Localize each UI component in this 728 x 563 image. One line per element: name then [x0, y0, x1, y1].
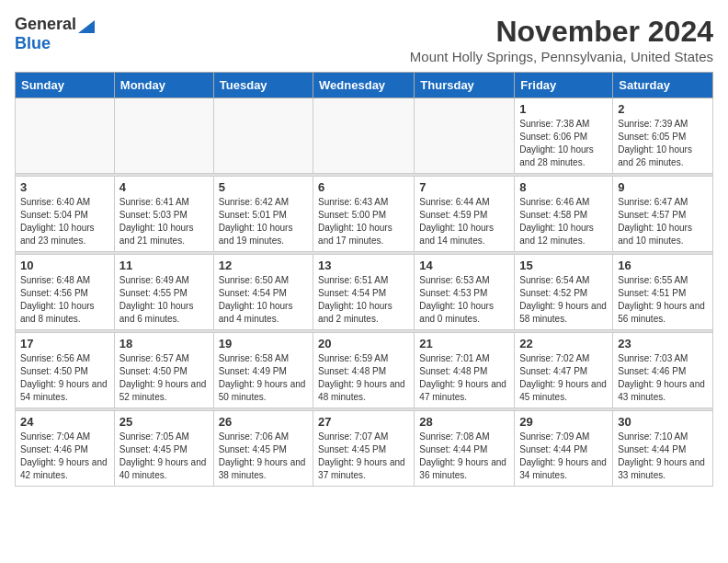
day-number: 7 [419, 180, 509, 194]
week-row-1: 1Sunrise: 7:38 AM Sunset: 6:06 PM Daylig… [16, 98, 713, 174]
weekday-header-tuesday: Tuesday [213, 73, 313, 98]
day-info: Sunrise: 6:48 AM Sunset: 4:56 PM Dayligh… [20, 274, 109, 326]
calendar-cell: 17Sunrise: 6:56 AM Sunset: 4:50 PM Dayli… [16, 333, 115, 408]
svg-marker-0 [78, 20, 95, 33]
weekday-header-saturday: Saturday [613, 73, 713, 98]
day-number: 2 [618, 102, 708, 116]
calendar-cell: 4Sunrise: 6:41 AM Sunset: 5:03 PM Daylig… [114, 177, 213, 252]
calendar-cell: 5Sunrise: 6:42 AM Sunset: 5:01 PM Daylig… [213, 177, 313, 252]
day-info: Sunrise: 7:04 AM Sunset: 4:46 PM Dayligh… [20, 431, 109, 482]
day-info: Sunrise: 6:40 AM Sunset: 5:04 PM Dayligh… [20, 196, 109, 247]
day-info: Sunrise: 6:43 AM Sunset: 5:00 PM Dayligh… [318, 196, 409, 247]
day-info: Sunrise: 7:38 AM Sunset: 6:06 PM Dayligh… [519, 118, 608, 169]
day-number: 6 [318, 180, 409, 194]
title-section: November 2024 Mount Holly Springs, Penns… [410, 15, 713, 64]
calendar-cell: 26Sunrise: 7:06 AM Sunset: 4:45 PM Dayli… [213, 411, 313, 487]
day-number: 26 [219, 415, 308, 429]
day-info: Sunrise: 6:56 AM Sunset: 4:50 PM Dayligh… [20, 352, 109, 404]
day-info: Sunrise: 6:50 AM Sunset: 4:54 PM Dayligh… [219, 274, 308, 326]
week-row-5: 24Sunrise: 7:04 AM Sunset: 4:46 PM Dayli… [16, 411, 713, 487]
weekday-header-monday: Monday [114, 73, 213, 98]
logo-icon [78, 17, 95, 33]
week-row-3: 10Sunrise: 6:48 AM Sunset: 4:56 PM Dayli… [16, 255, 713, 330]
day-info: Sunrise: 6:58 AM Sunset: 4:49 PM Dayligh… [219, 352, 308, 404]
day-number: 22 [519, 337, 608, 350]
calendar-cell: 28Sunrise: 7:08 AM Sunset: 4:44 PM Dayli… [415, 411, 515, 487]
calendar-cell: 9Sunrise: 6:47 AM Sunset: 4:57 PM Daylig… [613, 177, 713, 252]
day-number: 19 [219, 337, 308, 350]
day-info: Sunrise: 6:41 AM Sunset: 5:03 PM Dayligh… [119, 196, 209, 247]
day-info: Sunrise: 7:05 AM Sunset: 4:45 PM Dayligh… [119, 431, 209, 482]
calendar-cell: 29Sunrise: 7:09 AM Sunset: 4:44 PM Dayli… [515, 411, 613, 487]
calendar-cell: 23Sunrise: 7:03 AM Sunset: 4:46 PM Dayli… [613, 333, 713, 408]
day-info: Sunrise: 6:54 AM Sunset: 4:52 PM Dayligh… [519, 274, 608, 326]
day-number: 30 [618, 415, 708, 429]
day-number: 23 [618, 337, 708, 350]
calendar-cell [16, 98, 115, 174]
day-info: Sunrise: 7:09 AM Sunset: 4:44 PM Dayligh… [519, 431, 608, 482]
calendar-cell: 6Sunrise: 6:43 AM Sunset: 5:00 PM Daylig… [313, 177, 415, 252]
subtitle: Mount Holly Springs, Pennsylvania, Unite… [410, 49, 713, 64]
logo-blue-text: Blue [15, 34, 51, 53]
day-number: 9 [618, 180, 708, 194]
calendar-cell: 30Sunrise: 7:10 AM Sunset: 4:44 PM Dayli… [613, 411, 713, 487]
day-number: 29 [519, 415, 608, 429]
day-info: Sunrise: 7:01 AM Sunset: 4:48 PM Dayligh… [419, 352, 509, 404]
day-number: 1 [519, 102, 608, 116]
day-info: Sunrise: 7:07 AM Sunset: 4:45 PM Dayligh… [318, 431, 409, 482]
day-number: 5 [219, 180, 308, 194]
day-number: 14 [419, 259, 509, 272]
calendar-table: SundayMondayTuesdayWednesdayThursdayFrid… [15, 72, 713, 487]
day-info: Sunrise: 6:42 AM Sunset: 5:01 PM Dayligh… [219, 196, 308, 247]
day-info: Sunrise: 6:49 AM Sunset: 4:55 PM Dayligh… [119, 274, 209, 326]
calendar-cell: 14Sunrise: 6:53 AM Sunset: 4:53 PM Dayli… [415, 255, 515, 330]
day-info: Sunrise: 7:10 AM Sunset: 4:44 PM Dayligh… [618, 431, 708, 482]
calendar-cell: 21Sunrise: 7:01 AM Sunset: 4:48 PM Dayli… [415, 333, 515, 408]
logo: General Blue [15, 15, 95, 53]
logo-general-text: General [15, 15, 76, 34]
calendar-cell: 24Sunrise: 7:04 AM Sunset: 4:46 PM Dayli… [16, 411, 115, 487]
calendar-cell: 15Sunrise: 6:54 AM Sunset: 4:52 PM Dayli… [515, 255, 613, 330]
day-info: Sunrise: 7:39 AM Sunset: 6:05 PM Dayligh… [618, 118, 708, 169]
calendar-cell [313, 98, 415, 174]
day-info: Sunrise: 6:44 AM Sunset: 4:59 PM Dayligh… [419, 196, 509, 247]
day-number: 3 [20, 180, 109, 194]
day-number: 16 [618, 259, 708, 272]
calendar-cell [213, 98, 313, 174]
day-number: 17 [20, 337, 109, 350]
calendar-cell: 12Sunrise: 6:50 AM Sunset: 4:54 PM Dayli… [213, 255, 313, 330]
day-number: 20 [318, 337, 409, 350]
calendar-cell: 16Sunrise: 6:55 AM Sunset: 4:51 PM Dayli… [613, 255, 713, 330]
day-info: Sunrise: 7:02 AM Sunset: 4:47 PM Dayligh… [519, 352, 608, 404]
calendar-cell: 22Sunrise: 7:02 AM Sunset: 4:47 PM Dayli… [515, 333, 613, 408]
calendar-cell: 7Sunrise: 6:44 AM Sunset: 4:59 PM Daylig… [415, 177, 515, 252]
calendar-cell: 18Sunrise: 6:57 AM Sunset: 4:50 PM Dayli… [114, 333, 213, 408]
day-number: 18 [119, 337, 209, 350]
day-number: 10 [20, 259, 109, 272]
day-number: 25 [119, 415, 209, 429]
day-info: Sunrise: 7:03 AM Sunset: 4:46 PM Dayligh… [618, 352, 708, 404]
day-number: 11 [119, 259, 209, 272]
calendar-cell: 20Sunrise: 6:59 AM Sunset: 4:48 PM Dayli… [313, 333, 415, 408]
calendar-cell: 11Sunrise: 6:49 AM Sunset: 4:55 PM Dayli… [114, 255, 213, 330]
day-number: 28 [419, 415, 509, 429]
calendar-cell: 13Sunrise: 6:51 AM Sunset: 4:54 PM Dayli… [313, 255, 415, 330]
calendar-cell: 27Sunrise: 7:07 AM Sunset: 4:45 PM Dayli… [313, 411, 415, 487]
weekday-header-sunday: Sunday [16, 73, 115, 98]
day-info: Sunrise: 7:08 AM Sunset: 4:44 PM Dayligh… [419, 431, 509, 482]
day-info: Sunrise: 6:51 AM Sunset: 4:54 PM Dayligh… [318, 274, 409, 326]
day-info: Sunrise: 6:47 AM Sunset: 4:57 PM Dayligh… [618, 196, 708, 247]
day-info: Sunrise: 6:55 AM Sunset: 4:51 PM Dayligh… [618, 274, 708, 326]
week-row-2: 3Sunrise: 6:40 AM Sunset: 5:04 PM Daylig… [16, 177, 713, 252]
calendar-cell: 25Sunrise: 7:05 AM Sunset: 4:45 PM Dayli… [114, 411, 213, 487]
calendar-cell [114, 98, 213, 174]
day-info: Sunrise: 6:57 AM Sunset: 4:50 PM Dayligh… [119, 352, 209, 404]
day-number: 4 [119, 180, 209, 194]
day-info: Sunrise: 7:06 AM Sunset: 4:45 PM Dayligh… [219, 431, 308, 482]
day-number: 12 [219, 259, 308, 272]
weekday-header-wednesday: Wednesday [313, 73, 415, 98]
calendar-cell: 3Sunrise: 6:40 AM Sunset: 5:04 PM Daylig… [16, 177, 115, 252]
weekday-header-row: SundayMondayTuesdayWednesdayThursdayFrid… [16, 73, 713, 98]
day-info: Sunrise: 6:46 AM Sunset: 4:58 PM Dayligh… [519, 196, 608, 247]
page-header: General Blue November 2024 Mount Holly S… [15, 15, 713, 64]
